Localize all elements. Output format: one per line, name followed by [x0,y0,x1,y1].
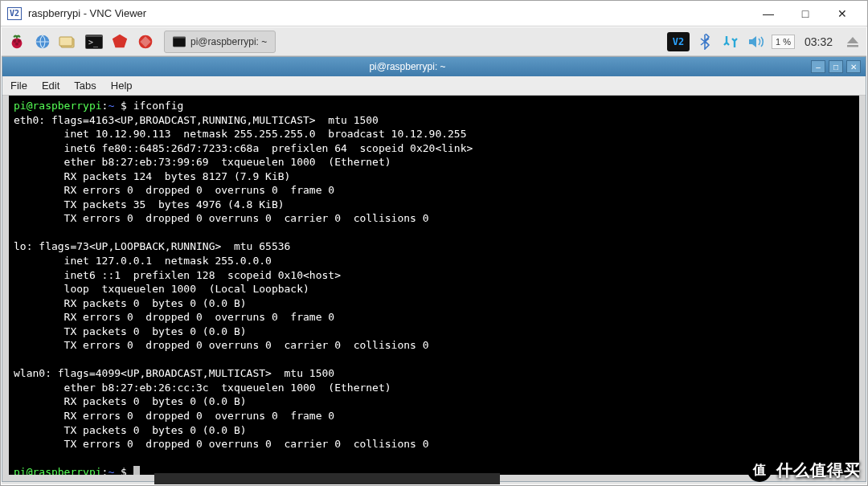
svg-rect-17 [847,45,858,47]
mathematica-icon[interactable] [108,30,132,54]
menu-file[interactable]: File [10,80,27,92]
background-strip [154,473,500,484]
taskbar-task-label: pi@raspberrypi: ~ [190,36,267,47]
network-icon[interactable] [720,30,741,54]
close-button[interactable]: ✕ [824,2,861,26]
watermark: 值 什么值得买 [747,458,861,482]
svg-point-3 [15,42,18,45]
minimize-button[interactable]: — [750,2,787,26]
raspbian-desktop: >_ pi@raspberrypi: ~ V2 [2,27,866,484]
maximize-button[interactable]: □ [787,2,824,26]
terminal-launcher-icon[interactable]: >_ [82,30,106,54]
system-tray: V2 1 % 03:32 [667,30,863,54]
svg-rect-6 [59,37,72,46]
vnc-window-title: raspberrypi - VNC Viewer [28,7,750,19]
watermark-badge-icon: 值 [747,458,772,482]
svg-marker-10 [113,34,127,47]
menu-tabs[interactable]: Tabs [74,80,96,92]
svg-marker-15 [749,36,756,47]
vnc-logo-icon: V2 [7,7,22,20]
terminal-minimize-button[interactable]: – [811,60,825,73]
svg-point-2 [18,39,21,42]
vnc-viewer-window: V2 raspberrypi - VNC Viewer — □ ✕ >_ [0,0,868,486]
bluetooth-icon[interactable] [694,30,715,54]
eject-icon[interactable] [842,30,863,54]
svg-text:>_: >_ [88,38,99,47]
raspbian-taskbar: >_ pi@raspberrypi: ~ V2 [2,27,866,56]
volume-icon[interactable] [746,30,767,54]
svg-point-1 [13,39,16,42]
terminal-titlebar[interactable]: pi@raspberrypi: ~ – □ ✕ [2,57,866,76]
terminal-menubar: File Edit Tabs Help [2,76,866,96]
raspberry-menu-icon[interactable] [5,30,29,54]
web-browser-icon[interactable] [31,30,55,54]
vnc-server-tray-icon[interactable]: V2 [667,32,690,51]
menu-edit[interactable]: Edit [42,80,59,92]
terminal-window: pi@raspberrypi: ~ – □ ✕ File Edit Tabs H… [2,56,866,482]
file-manager-icon[interactable] [56,30,80,54]
clock[interactable]: 03:32 [800,35,837,48]
terminal-title: pi@raspberrypi: ~ [7,61,808,72]
terminal-body[interactable]: pi@raspberrypi:~ $ ifconfigeth0: flags=4… [9,96,859,475]
cpu-usage-indicator[interactable]: 1 % [772,35,795,49]
wolfram-icon[interactable] [133,30,158,54]
terminal-close-button[interactable]: ✕ [846,60,861,73]
watermark-text: 什么值得买 [776,459,861,481]
vnc-titlebar: V2 raspberrypi - VNC Viewer — □ ✕ [1,1,867,27]
taskbar-terminal-task[interactable]: pi@raspberrypi: ~ [164,31,276,53]
terminal-maximize-button[interactable]: □ [829,60,843,73]
menu-help[interactable]: Help [111,80,133,92]
svg-marker-16 [847,37,858,43]
svg-rect-14 [174,38,186,46]
